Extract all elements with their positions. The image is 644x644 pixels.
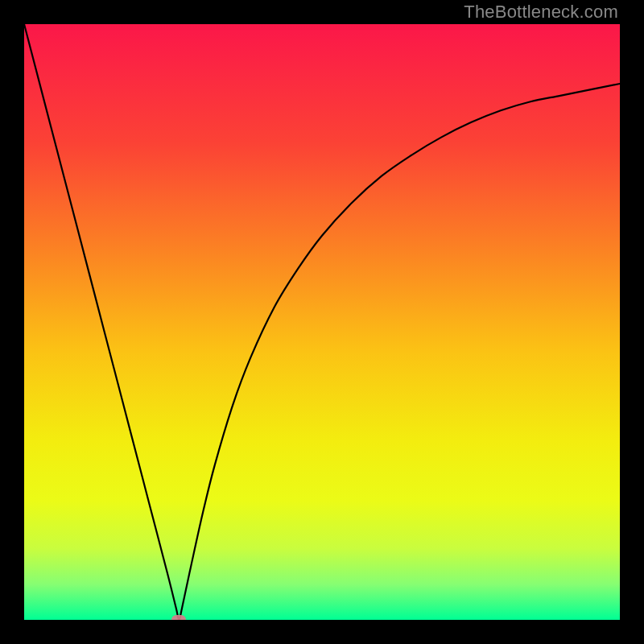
bottleneck-curve xyxy=(24,24,620,620)
chart-frame: TheBottleneck.com xyxy=(0,0,644,644)
plot-area xyxy=(24,24,620,620)
minimum-marker xyxy=(171,615,186,620)
watermark-text: TheBottleneck.com xyxy=(464,2,618,23)
